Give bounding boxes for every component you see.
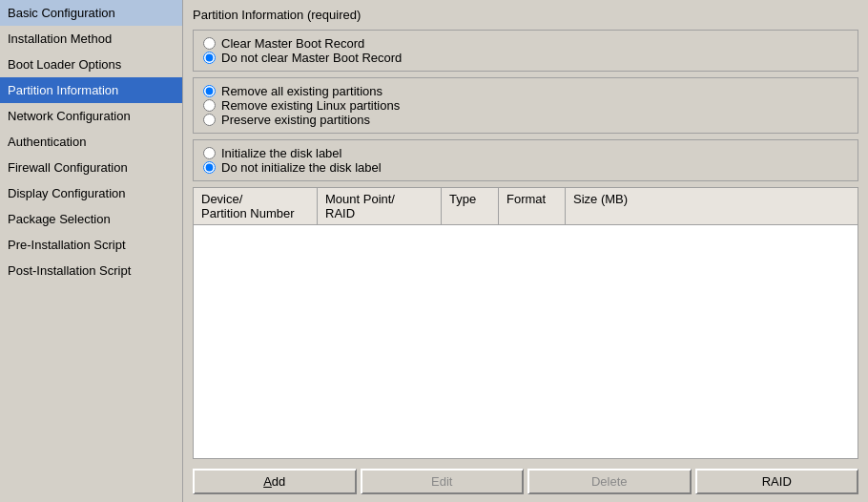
col-mount: Mount Point/RAID bbox=[318, 188, 442, 224]
radio-row-initialize: Initialize the disk label bbox=[203, 146, 848, 160]
sidebar-item-boot-loader-options[interactable]: Boot Loader Options bbox=[0, 52, 182, 77]
table-header: Device/Partition Number Mount Point/RAID… bbox=[194, 188, 858, 225]
group1-options: Clear Master Boot Record Do not clear Ma… bbox=[193, 30, 858, 72]
radio-row-no-clear-mbr: Do not clear Master Boot Record bbox=[203, 51, 848, 65]
sidebar-item-partition-information[interactable]: Partition Information bbox=[0, 77, 182, 103]
radio-clear-mbr[interactable] bbox=[203, 37, 216, 50]
table-body bbox=[194, 225, 858, 458]
edit-button[interactable]: Edit bbox=[361, 469, 525, 494]
col-device: Device/Partition Number bbox=[194, 188, 318, 224]
add-button[interactable]: Add bbox=[193, 469, 357, 494]
sidebar-item-post-installation-script[interactable]: Post-Installation Script bbox=[0, 258, 182, 283]
label-remove-linux[interactable]: Remove existing Linux partitions bbox=[221, 98, 400, 113]
label-no-clear-mbr[interactable]: Do not clear Master Boot Record bbox=[221, 51, 402, 65]
sidebar-item-authentication[interactable]: Authentication bbox=[0, 129, 182, 155]
radio-row-no-initialize: Do not initialize the disk label bbox=[203, 160, 848, 175]
sidebar-item-installation-method[interactable]: Installation Method bbox=[0, 26, 182, 52]
radio-preserve[interactable] bbox=[203, 114, 216, 126]
col-format: Format bbox=[499, 188, 566, 224]
col-type: Type bbox=[442, 188, 499, 224]
col-size: Size (MB) bbox=[566, 188, 858, 224]
label-no-initialize-disk[interactable]: Do not initialize the disk label bbox=[221, 160, 382, 175]
main-container: Basic ConfigurationInstallation MethodBo… bbox=[0, 0, 868, 502]
raid-button[interactable]: RAID bbox=[695, 469, 859, 494]
group2-options: Remove all existing partitions Remove ex… bbox=[193, 77, 858, 134]
label-initialize-disk[interactable]: Initialize the disk label bbox=[221, 146, 341, 160]
radio-row-remove-all: Remove all existing partitions bbox=[203, 84, 848, 98]
buttons-row: Add Edit Delete RAID bbox=[193, 469, 858, 494]
label-remove-all[interactable]: Remove all existing partitions bbox=[221, 84, 382, 98]
section-title: Partition Information (required) bbox=[193, 8, 858, 22]
sidebar: Basic ConfigurationInstallation MethodBo… bbox=[0, 0, 183, 502]
sidebar-item-firewall-configuration[interactable]: Firewall Configuration bbox=[0, 155, 182, 180]
sidebar-item-network-configuration[interactable]: Network Configuration bbox=[0, 103, 182, 129]
radio-remove-all[interactable] bbox=[203, 85, 216, 97]
delete-button[interactable]: Delete bbox=[527, 469, 692, 494]
radio-initialize-disk[interactable] bbox=[203, 147, 216, 159]
radio-row-remove-linux: Remove existing Linux partitions bbox=[203, 98, 848, 113]
sidebar-item-pre-installation-script[interactable]: Pre-Installation Script bbox=[0, 232, 182, 258]
radio-no-clear-mbr[interactable] bbox=[203, 52, 216, 64]
label-clear-mbr[interactable]: Clear Master Boot Record bbox=[221, 36, 364, 51]
radio-row-clear-mbr: Clear Master Boot Record bbox=[203, 36, 848, 51]
sidebar-item-display-configuration[interactable]: Display Configuration bbox=[0, 180, 182, 206]
sidebar-item-package-selection[interactable]: Package Selection bbox=[0, 206, 182, 232]
group3-options: Initialize the disk label Do not initial… bbox=[193, 139, 858, 181]
content-area: Partition Information (required) Clear M… bbox=[183, 0, 868, 502]
radio-row-preserve: Preserve existing partitions bbox=[203, 113, 848, 127]
sidebar-item-basic-configuration[interactable]: Basic Configuration bbox=[0, 0, 182, 26]
radio-remove-linux[interactable] bbox=[203, 99, 216, 112]
partition-table: Device/Partition Number Mount Point/RAID… bbox=[193, 187, 858, 459]
radio-no-initialize-disk[interactable] bbox=[203, 161, 216, 174]
label-preserve[interactable]: Preserve existing partitions bbox=[221, 113, 370, 127]
